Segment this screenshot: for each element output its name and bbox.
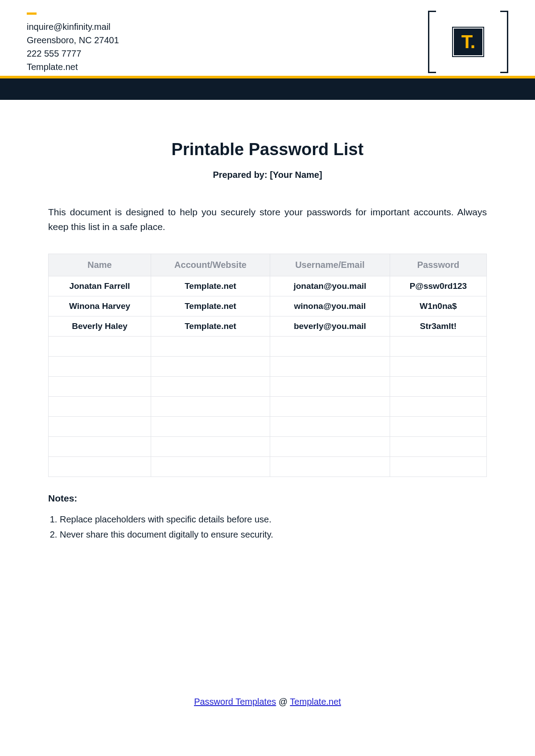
cell-empty: [49, 417, 151, 437]
cell-empty: [49, 377, 151, 397]
table-row-empty: [49, 417, 487, 437]
cell-empty: [390, 337, 486, 357]
password-table: Name Account/Website Username/Email Pass…: [48, 254, 487, 477]
cell-empty: [270, 437, 390, 457]
accent-dash: [27, 12, 37, 15]
page-title: Printable Password List: [48, 140, 487, 159]
cell-user: beverly@you.mail: [270, 316, 390, 337]
cell-empty: [390, 457, 486, 477]
cell-empty: [151, 457, 270, 477]
note-item: Replace placeholders with specific detai…: [60, 512, 487, 527]
cell-empty: [270, 457, 390, 477]
cell-account: Template.net: [151, 316, 270, 337]
cell-empty: [390, 437, 486, 457]
contact-email: inquire@kinfinity.mail: [27, 20, 119, 33]
note-item: Never share this document digitally to e…: [60, 527, 487, 542]
footer-separator: @: [276, 697, 290, 707]
footer-link-templates[interactable]: Password Templates: [194, 697, 276, 707]
contact-site: Template.net: [27, 60, 119, 74]
cell-empty: [49, 437, 151, 457]
cell-user: winona@you.mail: [270, 296, 390, 316]
cell-empty: [151, 357, 270, 377]
cell-empty: [390, 357, 486, 377]
prepared-by: Prepared by: [Your Name]: [48, 170, 487, 180]
cell-empty: [270, 337, 390, 357]
table-header-row: Name Account/Website Username/Email Pass…: [49, 254, 487, 276]
contact-block: inquire@kinfinity.mail Greensboro, NC 27…: [27, 12, 119, 74]
table-row: Winona HarveyTemplate.netwinona@you.mail…: [49, 296, 487, 316]
footer-link-site[interactable]: Template.net: [290, 697, 341, 707]
table-row-empty: [49, 357, 487, 377]
table-row-empty: [49, 337, 487, 357]
navy-bar: [0, 78, 535, 100]
intro-text: This document is designed to help you se…: [48, 205, 487, 234]
cell-empty: [49, 337, 151, 357]
col-account: Account/Website: [151, 254, 270, 276]
cell-account: Template.net: [151, 296, 270, 316]
cell-empty: [270, 357, 390, 377]
cell-empty: [151, 397, 270, 417]
cell-name: Beverly Haley: [49, 316, 151, 337]
logo-mark: T.: [452, 27, 484, 57]
cell-empty: [390, 377, 486, 397]
cell-empty: [270, 417, 390, 437]
cell-empty: [151, 417, 270, 437]
bracket-right-icon: [500, 11, 508, 73]
notes-heading: Notes:: [48, 493, 487, 504]
notes-list: Replace placeholders with specific detai…: [48, 512, 487, 542]
col-name: Name: [49, 254, 151, 276]
logo: T.: [428, 11, 508, 73]
bracket-left-icon: [428, 11, 436, 73]
cell-password: Str3amIt!: [390, 316, 486, 337]
cell-empty: [390, 417, 486, 437]
table-row: Beverly HaleyTemplate.netbeverly@you.mai…: [49, 316, 487, 337]
cell-password: P@ssw0rd123: [390, 276, 486, 296]
cell-empty: [390, 397, 486, 417]
cell-empty: [270, 397, 390, 417]
cell-account: Template.net: [151, 276, 270, 296]
contact-phone: 222 555 7777: [27, 47, 119, 60]
cell-empty: [270, 377, 390, 397]
table-row: Jonatan FarrellTemplate.netjonatan@you.m…: [49, 276, 487, 296]
table-row-empty: [49, 457, 487, 477]
header: inquire@kinfinity.mail Greensboro, NC 27…: [0, 0, 535, 76]
cell-empty: [49, 457, 151, 477]
cell-name: Jonatan Farrell: [49, 276, 151, 296]
table-row-empty: [49, 377, 487, 397]
cell-empty: [151, 437, 270, 457]
table-row-empty: [49, 397, 487, 417]
cell-password: W1n0na$: [390, 296, 486, 316]
cell-empty: [49, 357, 151, 377]
contact-address: Greensboro, NC 27401: [27, 33, 119, 47]
footer: Password Templates @ Template.net: [0, 697, 535, 707]
cell-empty: [49, 397, 151, 417]
cell-empty: [151, 377, 270, 397]
cell-empty: [151, 337, 270, 357]
cell-name: Winona Harvey: [49, 296, 151, 316]
cell-user: jonatan@you.mail: [270, 276, 390, 296]
col-username: Username/Email: [270, 254, 390, 276]
col-password: Password: [390, 254, 486, 276]
table-row-empty: [49, 437, 487, 457]
